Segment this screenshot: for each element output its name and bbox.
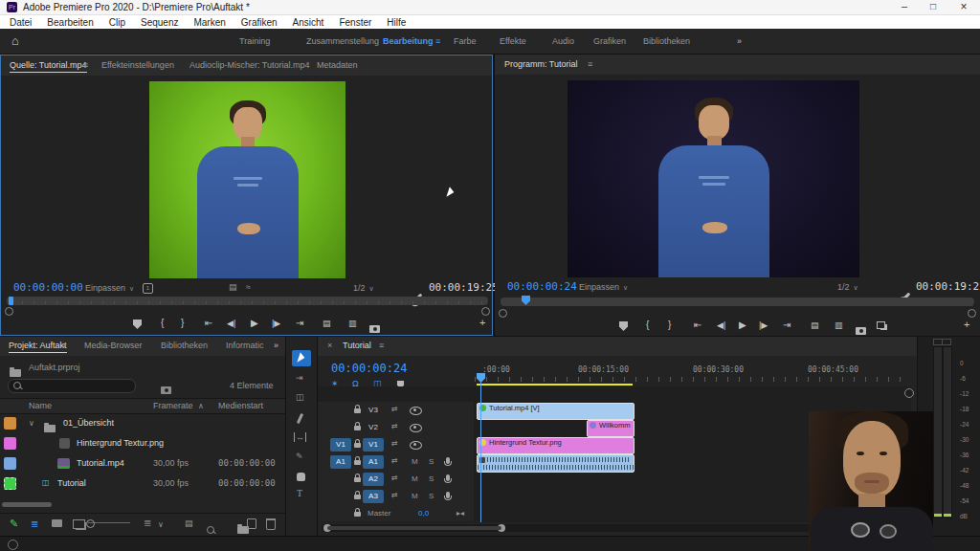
add-marker-button[interactable] (619, 321, 628, 331)
type-tool[interactable]: T (297, 488, 302, 498)
go-to-out-button[interactable]: ⇥ (783, 320, 791, 330)
go-to-in-button[interactable]: ⇤ (694, 320, 702, 330)
export-frame-button[interactable] (856, 327, 866, 335)
workspace-menu-icon[interactable]: ≡ (435, 36, 440, 46)
minimize-button[interactable]: – (898, 0, 911, 11)
step-forward-button[interactable]: |▶ (759, 320, 768, 330)
mute-button[interactable]: M (412, 492, 418, 500)
column-name[interactable]: Name (29, 401, 52, 410)
menu-datei[interactable]: Datei (10, 17, 32, 28)
add-button[interactable]: + (964, 319, 969, 330)
pen-tool[interactable]: ✎ (296, 452, 303, 461)
label-swatch[interactable] (4, 477, 16, 490)
extract-button[interactable]: ▥ (835, 320, 843, 330)
fit-icon[interactable]: ▸◂ (457, 509, 464, 518)
program-scrub-bar[interactable] (501, 298, 974, 306)
new-item-button[interactable] (247, 518, 256, 529)
delete-button[interactable] (266, 518, 276, 530)
workspace-overflow-icon[interactable]: » (737, 36, 742, 46)
step-forward-button[interactable]: |▶ (272, 319, 280, 328)
track-output-icon[interactable] (410, 407, 422, 415)
razor-tool[interactable] (297, 413, 303, 424)
source-video-preview[interactable] (149, 81, 345, 278)
tab-bibliotheken[interactable]: Bibliotheken (161, 341, 208, 350)
lock-icon[interactable] (354, 477, 361, 482)
project-home-icon[interactable] (10, 369, 21, 377)
chevron-down-icon[interactable]: ∨ (29, 419, 34, 428)
clip-willkommen-graphic[interactable]: Willkomm (587, 420, 635, 437)
label-swatch[interactable] (4, 437, 16, 450)
add-marker-button[interactable] (133, 320, 142, 329)
close-button[interactable]: × (957, 0, 970, 13)
tab-metadaten[interactable]: Metadaten (317, 60, 358, 70)
track-button-v1[interactable]: V1 (363, 438, 384, 452)
project-h-scrollbar[interactable] (2, 502, 52, 507)
program-scroll-track[interactable] (499, 309, 976, 316)
track-output-icon[interactable] (410, 424, 422, 432)
sort-icon[interactable]: ≣ (144, 518, 151, 528)
label-swatch[interactable] (4, 457, 16, 470)
menu-clip[interactable]: Clip (109, 17, 125, 28)
project-overflow-icon[interactable]: » (274, 341, 278, 350)
workspace-tab-farbe[interactable]: Farbe (454, 36, 477, 46)
tab-projekt[interactable]: Projekt: Auftakt (9, 341, 67, 353)
sync-lock-icon[interactable]: ⇄ (391, 456, 398, 465)
lock-icon[interactable] (354, 443, 361, 448)
program-panel-menu-icon[interactable]: ≡ (588, 59, 592, 69)
voiceover-mic-icon[interactable] (446, 457, 450, 464)
tab-effekteinstellungen[interactable]: Effekteinstellungen (101, 60, 174, 70)
sync-lock-icon[interactable]: ⇄ (391, 474, 398, 482)
solo-button[interactable]: S (429, 492, 434, 500)
clip-tutorial-audio[interactable] (477, 454, 635, 473)
program-zoom-dropdown[interactable]: 1/2 (837, 282, 858, 292)
tab-timeline-tutorial[interactable]: Tutorial (343, 341, 371, 350)
program-playhead[interactable] (522, 296, 530, 305)
sync-lock-icon[interactable]: ⇄ (391, 491, 398, 499)
add-button[interactable]: + (479, 317, 485, 328)
slip-tool[interactable]: ↔ (294, 432, 306, 442)
lock-icon[interactable] (354, 512, 361, 517)
menu-hilfe[interactable]: Hilfe (387, 17, 406, 28)
voiceover-mic-icon[interactable] (446, 474, 450, 481)
selection-tool[interactable] (292, 350, 311, 366)
close-tab-icon[interactable]: × (327, 341, 332, 350)
workspace-tab-training[interactable]: Training (239, 36, 270, 46)
master-gain-value[interactable]: 0,0 (418, 509, 429, 518)
sort-asc-icon[interactable]: ∧ (198, 402, 204, 410)
project-panel-menu-icon[interactable]: ≡ (61, 341, 66, 350)
clip-hintergrund-textur[interactable]: Hintergrund Textur.png (477, 437, 635, 454)
program-fit-dropdown[interactable]: Einpassen (579, 282, 628, 292)
search-bins-icon[interactable] (161, 386, 171, 394)
label-swatch[interactable] (4, 417, 16, 430)
scroll-handle-left[interactable] (5, 307, 13, 316)
writable-pen-icon[interactable]: ✎ (10, 518, 18, 530)
hand-tool[interactable] (297, 473, 305, 481)
list-view-button[interactable]: ≣ (31, 518, 38, 529)
menu-marken[interactable]: Marken (193, 17, 225, 28)
program-video-preview[interactable] (568, 80, 859, 277)
go-to-in-button[interactable]: ⇤ (205, 318, 212, 328)
timeline-timecode[interactable]: 00:00:00:24 (331, 362, 407, 375)
track-select-tool[interactable]: ⇥ (296, 373, 303, 383)
source-fit-dropdown[interactable]: Einpassen (85, 283, 134, 293)
row-name[interactable]: Tutorial.mp4 (77, 458, 124, 468)
tab-programm[interactable]: Programm: Tutorial (504, 59, 578, 69)
go-to-out-button[interactable]: ⇥ (296, 318, 303, 328)
find-button[interactable] (207, 526, 214, 534)
track-button-v2[interactable]: V2 (363, 421, 384, 434)
track-button-a2[interactable]: A2 (363, 473, 384, 486)
tab-informationen[interactable]: Informatic (226, 341, 264, 350)
project-breadcrumb[interactable]: Auftakt.prproj (29, 363, 80, 372)
workspace-tab-grafiken[interactable]: Grafiken (593, 36, 626, 46)
sync-status-icon[interactable] (8, 540, 18, 550)
export-frame-button[interactable] (369, 325, 380, 333)
scroll-handle-left[interactable] (499, 309, 507, 318)
mute-button[interactable]: M (412, 474, 418, 483)
home-icon[interactable]: ⌂ (11, 33, 19, 48)
row-name[interactable]: Hintergrund Textur.png (77, 438, 164, 448)
mark-in-button[interactable]: { (646, 320, 649, 330)
sync-lock-icon[interactable]: ⇄ (391, 405, 398, 413)
column-medienstart[interactable]: Medienstart (218, 401, 263, 410)
lock-icon[interactable] (354, 460, 361, 465)
lock-icon[interactable] (354, 426, 361, 430)
